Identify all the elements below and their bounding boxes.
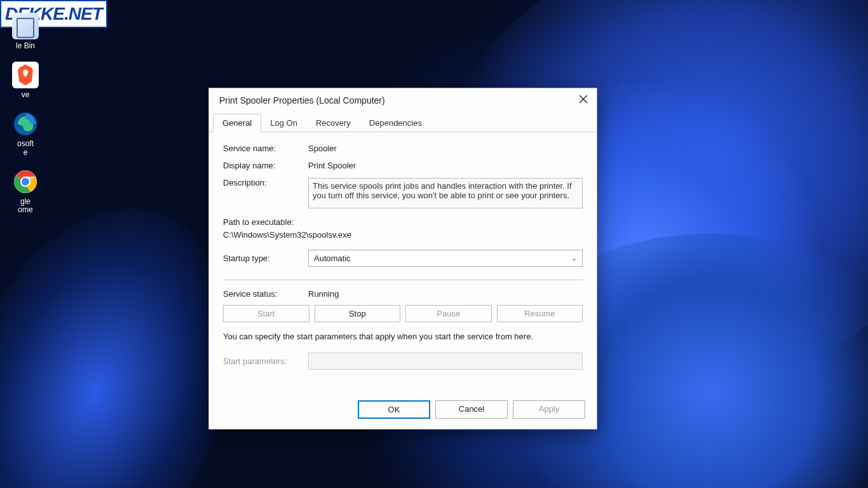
resume-button: Resume [497,305,583,322]
brave-browser-icon[interactable]: ve [0,62,51,99]
path-label: Path to executable: [223,216,583,229]
display-name-value: Print Spooler [308,161,356,170]
description-textbox[interactable]: This service spools print jobs and handl… [308,178,583,208]
dialog-button-row: OK Cancel Apply [209,393,597,429]
dialog-title: Print Spooler Properties (Local Computer… [219,95,385,105]
chrome-label: gleome [18,198,32,214]
recycle-bin-icon[interactable]: le Bin [0,13,51,50]
start-button: Start [223,305,309,322]
tab-recovery[interactable]: Recovery [306,114,360,132]
tab-content-general: Service name: Spooler Display name: Prin… [209,132,597,393]
service-name-value: Spooler [308,144,337,153]
service-properties-dialog: Print Spooler Properties (Local Computer… [208,88,597,430]
edge-browser-icon[interactable]: osofte [0,111,51,156]
brave-logo-icon [15,64,36,86]
chevron-down-icon: ⌄ [571,254,577,262]
ok-button[interactable]: OK [358,400,430,419]
display-name-label: Display name: [223,161,308,170]
service-name-label: Service name: [223,144,308,153]
dialog-titlebar[interactable]: Print Spooler Properties (Local Computer… [209,88,597,111]
recycle-bin-label: le Bin [16,42,35,50]
tab-dependencies[interactable]: Dependencies [360,114,431,132]
tab-strip: General Log On Recovery Dependencies [209,114,597,132]
edge-logo-icon [13,111,38,137]
startup-type-select[interactable]: Automatic ⌄ [308,250,583,267]
startup-type-label: Startup type: [223,254,308,263]
start-params-label: Start parameters: [223,356,308,366]
close-icon [579,95,588,104]
chrome-browser-icon[interactable]: gleome [0,168,51,214]
chrome-logo-icon [13,169,38,194]
service-status-label: Service status: [223,289,308,299]
start-params-input [308,353,583,370]
stop-button[interactable]: Stop [315,305,401,322]
separator [223,280,583,280]
pause-button: Pause [405,305,492,322]
path-block: Path to executable: C:\Windows\System32\… [223,216,583,241]
apply-button: Apply [513,400,585,419]
service-control-buttons: Start Stop Pause Resume [223,305,583,322]
description-label: Description: [223,178,308,187]
edge-label: osofte [17,140,34,156]
desktop-icons-column: le Bin ve osofte [0,0,51,226]
close-button[interactable] [578,95,589,106]
start-params-help-text: You can specify the start parameters tha… [223,331,583,342]
brave-label: ve [22,91,30,99]
tab-general[interactable]: General [213,114,261,132]
cancel-button[interactable]: Cancel [435,400,508,419]
tab-log-on[interactable]: Log On [261,114,307,132]
startup-type-value: Automatic [314,254,351,263]
service-status-value: Running [308,289,339,299]
path-value: C:\Windows\System32\spoolsv.exe [223,229,583,241]
